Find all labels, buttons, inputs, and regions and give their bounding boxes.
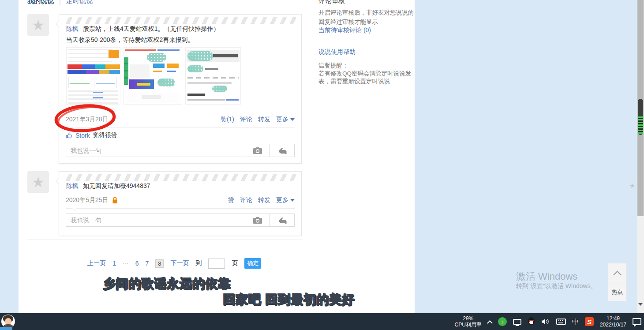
music-app-icon[interactable]: ♪ (498, 317, 507, 326)
thumb-decor (153, 71, 162, 72)
post1-thumbnail-2[interactable] (124, 47, 182, 105)
post2-content-line1: 陈枫如无回复请加薇4944837 (66, 182, 150, 190)
post2-author-link[interactable]: 陈枫 (66, 182, 79, 189)
scrollbar-track[interactable] (637, 0, 644, 216)
next-page-link[interactable]: 下一页 (170, 259, 189, 267)
more-button[interactable]: 更多 (276, 196, 295, 204)
post2-gift-button[interactable] (270, 214, 295, 227)
hotspot-button[interactable]: 热点 (608, 282, 626, 301)
lock-icon (112, 197, 118, 204)
star-avatar-icon: ★ (32, 18, 45, 32)
back-to-top-button[interactable] (608, 263, 626, 282)
jump-page-input[interactable] (208, 259, 225, 269)
prev-page-link[interactable]: 上一页 (87, 259, 106, 267)
post1-gift-button[interactable] (270, 144, 295, 157)
thumb-decor (125, 49, 156, 51)
thumb-decor (67, 70, 120, 74)
cpu-label: CPU利用率 (455, 322, 482, 328)
thumb-decor (187, 94, 205, 96)
forward-button[interactable]: 转发 (258, 116, 270, 124)
scrollbar-thumb[interactable] (638, 99, 643, 135)
page-7-link[interactable]: 7 (146, 260, 149, 267)
post1-photo-button[interactable] (245, 144, 270, 157)
card-stripe-decor (63, 17, 297, 24)
jump-unit-label: 页 (232, 259, 238, 267)
tray-expand-chevron-icon[interactable] (487, 320, 493, 326)
forward-button[interactable]: 转发 (258, 196, 270, 204)
post1-content-line1: 陈枫股票站，上线4天爱站双权1。（无任何快排操作） (66, 25, 220, 33)
action-center-icon[interactable] (633, 318, 641, 325)
tab-my-shuoshuo[interactable]: 我的说说 (27, 0, 54, 5)
hotspot-widget: 热点 (608, 263, 627, 301)
cpu-meter: 29% CPU利用率 (455, 315, 482, 328)
camera-icon (253, 147, 262, 154)
cpu-percent: 29% (455, 315, 482, 322)
thumb-decor (187, 82, 232, 84)
subtitle-line1: 乡间的歌谣永远的依靠 (103, 275, 231, 292)
clock[interactable]: 12:49 2022/10/17 (600, 315, 626, 328)
like-button[interactable]: 赞(1) (221, 116, 234, 124)
display-network-icon[interactable] (513, 319, 521, 325)
volume-icon[interactable] (541, 318, 550, 325)
confirm-button[interactable]: 确定 (244, 258, 261, 269)
liker-name-link[interactable]: Stork (75, 132, 90, 139)
sidebar-review-desc1: 开启评论审核后，非好友对您说说的 (318, 8, 414, 17)
chevron-down-icon (290, 199, 295, 202)
post2-photo-button[interactable] (245, 214, 270, 227)
thumb-decor (67, 64, 120, 69)
post2-avatar[interactable]: ★ (27, 171, 49, 193)
censor-blob (212, 86, 227, 92)
subtitle-unsung-part: 谣永远的依靠 (154, 277, 231, 290)
like-button[interactable]: 赞 (228, 196, 234, 204)
taskbar-active-indicator (0, 327, 12, 330)
post1-author-link[interactable]: 陈枫 (66, 25, 79, 32)
post1-comment-input[interactable] (66, 144, 245, 157)
thumb-decor (153, 64, 165, 68)
sogou-input-icon[interactable]: S (585, 317, 594, 326)
post2-text1: 如无回复请加薇4944837 (83, 182, 150, 189)
avatar-face (5, 318, 11, 325)
page-right-background (415, 0, 637, 313)
post1-actions: 赞(1) 评论 转发 更多 (221, 116, 295, 124)
post1-thumbnail-3[interactable] (185, 47, 241, 105)
page-1-link[interactable]: 1 (112, 260, 116, 267)
post1-card: 陈枫股票站，上线4天爱站双权1。（无任何快排操作） 当天收录50-200条，等待… (59, 14, 302, 164)
page-6-link[interactable]: 6 (135, 260, 139, 267)
gray-star-icon: ★ (629, 181, 636, 190)
help-link[interactable]: 说说使用帮助 (318, 48, 356, 56)
activate-windows-hint: 转到"设置"以激活 Windows。 (516, 282, 597, 290)
censor-blob (157, 79, 175, 86)
page-current: 8 (155, 259, 164, 268)
comment-button[interactable]: 评论 (240, 116, 252, 124)
ime-language-indicator[interactable]: 中 (572, 318, 579, 326)
thumb-decor (187, 77, 239, 79)
thumb-decor (93, 97, 103, 98)
post1-comment-row (66, 144, 295, 157)
page-left-margin (0, 0, 19, 313)
post2-divider (66, 208, 295, 209)
taskbar-user-avatar[interactable] (1, 315, 15, 328)
post1-avatar[interactable]: ★ (27, 14, 49, 36)
thumb-decor (68, 77, 91, 88)
sidebar-divider (318, 39, 407, 39)
thumb-decor (96, 83, 115, 84)
more-button[interactable]: 更多 (276, 116, 295, 124)
penguin-scarf (529, 320, 534, 321)
thumbs-up-icon (66, 132, 73, 139)
qq-penguin-icon[interactable] (528, 317, 535, 326)
scroll-down-arrow-icon[interactable] (638, 303, 643, 306)
touch-keyboard-icon[interactable] (556, 319, 566, 325)
post1-thumbnail-1[interactable] (66, 47, 120, 105)
clock-date: 2022/10/17 (600, 322, 626, 328)
tab-separator: | (59, 0, 61, 5)
comment-button[interactable]: 评论 (240, 196, 252, 204)
thumb-decor (213, 54, 238, 57)
post2-comment-input[interactable] (66, 214, 245, 227)
post1-content-line2: 当天收录50-200条，等待爱站双权2再来报到。 (66, 36, 194, 44)
pending-comments-link[interactable]: 当前待审核评论 (0) (318, 26, 371, 34)
tab-scheduled-shuoshuo[interactable]: 定时说说 (66, 0, 93, 5)
thumb-decor (205, 68, 218, 70)
thumb-decor (94, 77, 117, 88)
thumb-decor (157, 49, 180, 51)
camera-icon (253, 217, 262, 224)
